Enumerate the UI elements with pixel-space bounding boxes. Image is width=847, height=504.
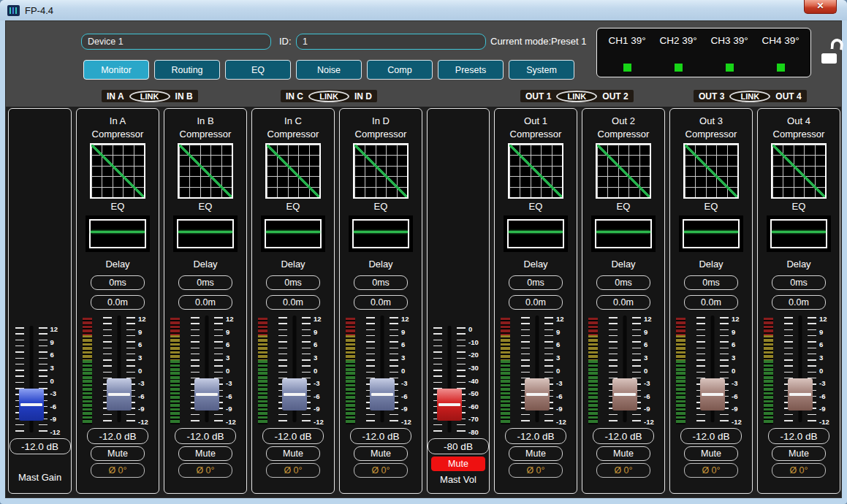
tab-presets[interactable]: Presets — [438, 60, 504, 80]
gain-value-button[interactable]: -12.0 dB — [505, 428, 566, 444]
compressor-graph[interactable] — [596, 143, 651, 199]
tab-routing[interactable]: Routing — [154, 60, 220, 80]
id-label: ID: — [279, 36, 292, 47]
eq-graph[interactable] — [349, 215, 413, 252]
phase-button[interactable]: Ø 0° — [178, 463, 232, 478]
mast-vol-value-button[interactable]: -80 dB — [428, 438, 489, 454]
mast-gain-fader-handle[interactable] — [19, 389, 44, 421]
eq-graph[interactable] — [86, 215, 150, 252]
tab-system[interactable]: System — [509, 60, 574, 80]
eq-graph-plot — [352, 219, 409, 248]
link-button-in-cd[interactable]: LINK — [308, 91, 349, 102]
compressor-graph[interactable] — [353, 143, 409, 199]
delay-distance-button[interactable]: 0.0m — [596, 295, 650, 310]
compressor-graph[interactable] — [771, 143, 827, 199]
compressor-graph[interactable] — [683, 143, 739, 199]
delay-time-button[interactable]: 0ms — [91, 275, 145, 290]
delay-distance-button[interactable]: 0.0m — [266, 295, 320, 310]
delay-distance-button[interactable]: 0.0m — [684, 295, 738, 310]
mute-button[interactable]: Mute — [91, 446, 145, 461]
link-out-4[interactable]: OUT 4 — [774, 91, 802, 102]
tab-monitor[interactable]: Monitor — [83, 60, 149, 80]
gain-value-button[interactable]: -12.0 dB — [175, 428, 236, 444]
link-button-in-ab[interactable]: LINK — [129, 91, 170, 102]
fader-handle[interactable] — [788, 378, 813, 411]
mute-button[interactable]: Mute — [596, 446, 650, 461]
delay-time-button[interactable]: 0ms — [354, 275, 408, 290]
fader-handle[interactable] — [700, 378, 725, 411]
gain-value-button[interactable]: -12.0 dB — [593, 428, 654, 444]
link-out-1[interactable]: OUT 1 — [524, 91, 552, 102]
phase-button[interactable]: Ø 0° — [684, 463, 738, 478]
delay-distance-button[interactable]: 0.0m — [772, 295, 826, 310]
gain-value-button[interactable]: -12.0 dB — [350, 428, 411, 444]
eq-graph[interactable] — [679, 215, 743, 252]
delay-time-button[interactable]: 0ms — [772, 275, 826, 290]
eq-graph[interactable] — [591, 215, 656, 252]
fader-handle[interactable] — [370, 378, 395, 411]
fader-handle[interactable] — [107, 378, 132, 411]
tab-noise[interactable]: Noise — [296, 60, 362, 80]
link-out-3[interactable]: OUT 3 — [697, 91, 726, 102]
mast-vol-fader-handle[interactable] — [437, 389, 462, 421]
gain-value-button[interactable]: -12.0 dB — [87, 428, 148, 444]
phase-button[interactable]: Ø 0° — [354, 463, 408, 478]
link-button-out-12[interactable]: LINK — [556, 91, 597, 102]
mast-vol-mute-button[interactable]: Mute — [431, 457, 485, 471]
tab-comp[interactable]: Comp — [367, 60, 433, 80]
id-input[interactable] — [296, 34, 486, 50]
eq-graph[interactable] — [767, 215, 831, 252]
gain-value-button[interactable]: -12.0 dB — [262, 428, 324, 444]
close-button[interactable]: ✕ — [804, 0, 837, 14]
title-bar[interactable]: FP-4.4 — [0, 0, 847, 20]
link-in-c[interactable]: IN C — [284, 91, 305, 102]
link-in-d[interactable]: IN D — [353, 91, 373, 102]
phase-button[interactable]: Ø 0° — [266, 463, 320, 478]
gain-value-button[interactable]: -12.0 dB — [768, 428, 829, 444]
delay-distance-button[interactable]: 0.0m — [91, 295, 145, 310]
delay-time-button[interactable]: 0ms — [596, 275, 650, 290]
compressor-graph[interactable] — [90, 143, 145, 199]
meter-red-zone — [170, 318, 180, 335]
fader-handle[interactable] — [612, 378, 637, 411]
phase-button[interactable]: Ø 0° — [596, 463, 650, 478]
link-button-out-34[interactable]: LINK — [729, 91, 770, 102]
delay-distance-button[interactable]: 0.0m — [354, 295, 408, 310]
eq-graph[interactable] — [173, 215, 238, 252]
phase-button[interactable]: Ø 0° — [509, 463, 563, 478]
mute-button[interactable]: Mute — [354, 446, 408, 461]
tab-eq[interactable]: EQ — [225, 60, 291, 80]
channel-name: In C — [284, 115, 302, 126]
delay-time-button[interactable]: 0ms — [684, 275, 738, 290]
phase-button[interactable]: Ø 0° — [772, 463, 826, 478]
mute-button[interactable]: Mute — [266, 446, 320, 461]
phase-button[interactable]: Ø 0° — [91, 463, 145, 478]
eq-curve — [684, 231, 738, 233]
mute-button[interactable]: Mute — [772, 446, 826, 461]
mute-button[interactable]: Mute — [509, 446, 563, 461]
device-name-input[interactable] — [81, 34, 271, 50]
fader-handle[interactable] — [194, 378, 219, 411]
eq-graph[interactable] — [504, 215, 568, 252]
mute-button[interactable]: Mute — [178, 446, 232, 461]
mute-button[interactable]: Mute — [684, 446, 738, 461]
compressor-graph[interactable] — [178, 143, 233, 199]
delay-time-button[interactable]: 0ms — [178, 275, 232, 290]
compressor-graph[interactable] — [508, 143, 563, 199]
delay-time-button[interactable]: 0ms — [266, 275, 320, 290]
eq-graph[interactable] — [261, 215, 325, 252]
compressor-label: Compressor — [180, 129, 232, 140]
link-in-b[interactable]: IN B — [174, 91, 194, 102]
link-out-2[interactable]: OUT 2 — [601, 91, 629, 102]
link-in-a[interactable]: IN A — [105, 91, 126, 102]
delay-time-button[interactable]: 0ms — [509, 275, 563, 290]
delay-distance-button[interactable]: 0.0m — [509, 295, 563, 310]
delay-distance-button[interactable]: 0.0m — [178, 295, 232, 310]
mast-gain-value-button[interactable]: -12.0 dB — [10, 438, 71, 454]
channel-temps-panel: CH1 39° CH2 39° CH3 39° CH4 39° — [596, 28, 811, 77]
unlock-icon[interactable] — [821, 43, 842, 65]
fader-handle[interactable] — [525, 378, 550, 411]
compressor-graph[interactable] — [265, 143, 321, 199]
gain-value-button[interactable]: -12.0 dB — [680, 428, 742, 444]
fader-handle[interactable] — [282, 378, 307, 411]
